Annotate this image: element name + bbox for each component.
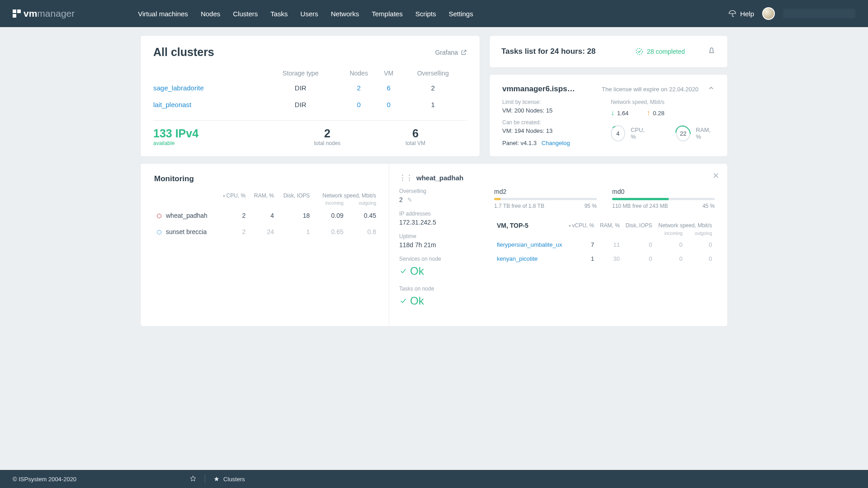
- nav-clusters[interactable]: Clusters: [233, 10, 258, 18]
- nav-scripts[interactable]: Scripts: [415, 10, 436, 18]
- nav-settings[interactable]: Settings: [449, 10, 473, 18]
- breadcrumb[interactable]: Clusters: [213, 476, 245, 483]
- logo[interactable]: vmmanager: [13, 8, 75, 19]
- changelog-link[interactable]: Changelog: [542, 140, 570, 146]
- disk-bar: [494, 198, 500, 200]
- top5-row[interactable]: kenyan_picotite 1 30 0 0 0: [494, 252, 715, 266]
- mon-col-net[interactable]: Network speed, Mbit/s: [312, 191, 379, 201]
- ram-gauge: 22: [676, 125, 690, 141]
- nav-tasks[interactable]: Tasks: [270, 10, 288, 18]
- ram-label: RAM, %: [696, 127, 715, 140]
- cell-vm[interactable]: 0: [387, 101, 391, 108]
- grafana-label: Grafana: [435, 49, 458, 56]
- table-row[interactable]: lait_pleonast DIR 0 0 1: [153, 96, 467, 113]
- mon-col-cpu[interactable]: ▾CPU, %: [217, 191, 248, 201]
- check-icon: [399, 297, 407, 305]
- speed-label: Network speed, Mbit/s: [611, 99, 715, 105]
- top5-col-net[interactable]: Network speed, Mbit/s: [655, 220, 715, 231]
- ram-value: 22: [680, 130, 686, 137]
- cell-vcpu: 7: [566, 238, 597, 252]
- cell-ram: 30: [597, 252, 623, 266]
- cell-over: 2: [399, 80, 467, 96]
- nav-users[interactable]: Users: [301, 10, 318, 18]
- mon-col-in: incoming: [312, 201, 346, 207]
- tasks-completed[interactable]: 28 completed: [635, 47, 685, 56]
- nav-nodes[interactable]: Nodes: [201, 10, 220, 18]
- services-label: Services on node: [399, 256, 472, 262]
- monitoring-row[interactable]: sunset breccia 2 24 1 0.65 0.8: [154, 224, 379, 240]
- cpu-value: 4: [616, 130, 619, 137]
- mon-col-out: outgoing: [346, 201, 379, 207]
- col-vm[interactable]: VM: [378, 67, 399, 80]
- top5-col-vcpu[interactable]: ▾vCPU, %: [566, 220, 597, 231]
- cell-in: 0.09: [312, 207, 346, 224]
- disk-pct: 45 %: [703, 203, 715, 209]
- grafana-link[interactable]: Grafana: [435, 49, 467, 56]
- top5-col-ram[interactable]: RAM, %: [597, 220, 623, 231]
- cluster-link[interactable]: lait_pleonast: [153, 101, 191, 108]
- monitoring-row[interactable]: wheat_padhah 2 4 18 0.09 0.45: [154, 207, 379, 224]
- cell-storage: DIR: [262, 80, 339, 96]
- ip-value: 172.31.242.5: [399, 219, 472, 226]
- ipv4-sub: available: [153, 140, 271, 146]
- cell-disk: 18: [277, 207, 312, 224]
- disk-name: md2: [494, 188, 597, 195]
- close-detail-button[interactable]: ✕: [712, 171, 719, 181]
- node-detail-panel: ✕ ⋮⋮ wheat_padhah Overselling 2✎ IP addr…: [389, 164, 727, 326]
- disk-pct: 95 %: [585, 203, 597, 209]
- vm-link[interactable]: kenyan_picotite: [497, 255, 538, 262]
- detail-node-name: wheat_padhah: [416, 174, 463, 182]
- cell-ram: 11: [597, 238, 623, 252]
- monitoring-card: Monitoring ▾CPU, % RAM, % Disk, IOPS Net…: [140, 163, 728, 327]
- avatar[interactable]: [762, 7, 775, 20]
- cell-nodes[interactable]: 2: [357, 84, 360, 92]
- topbar: vmmanager Virtual machines Nodes Cluster…: [0, 0, 868, 27]
- cell-disk: 0: [623, 252, 655, 266]
- top5-col-disk[interactable]: Disk, IOPS: [623, 220, 655, 231]
- mon-col-disk[interactable]: Disk, IOPS: [277, 191, 312, 201]
- limit-label: Limit by license:: [502, 99, 584, 105]
- cluster-link[interactable]: sage_labradorite: [153, 84, 204, 92]
- cell-ram: 24: [248, 224, 277, 240]
- all-clusters-title: All clusters: [153, 46, 214, 59]
- arrow-down-icon: ↓: [611, 109, 614, 117]
- drag-handle-icon[interactable]: ⋮⋮: [399, 174, 413, 182]
- footer: © ISPsystem 2004-2020 Clusters: [0, 470, 868, 488]
- cell-vm[interactable]: 6: [387, 84, 391, 92]
- uptime-label: Uptime: [399, 233, 472, 239]
- favorite-button[interactable]: [189, 475, 197, 483]
- status-dot-icon: [157, 230, 161, 235]
- mon-col-ram[interactable]: RAM, %: [248, 191, 277, 201]
- panel-version: Panel: v4.1.3: [502, 140, 537, 146]
- check-icon: [399, 267, 407, 275]
- top5-row[interactable]: fierypersian_umbalite_ux 7 11 0 0 0: [494, 238, 715, 252]
- table-row[interactable]: sage_labradorite DIR 2 6 2: [153, 80, 467, 96]
- topbar-right: Help: [728, 7, 855, 20]
- nav-templates[interactable]: Templates: [372, 10, 402, 18]
- help-label: Help: [740, 10, 754, 18]
- cell-ram: 4: [248, 207, 277, 224]
- node-name: sunset breccia: [166, 228, 207, 235]
- col-storage[interactable]: Storage type: [262, 67, 339, 80]
- cell-nodes[interactable]: 0: [357, 101, 360, 108]
- col-over[interactable]: Overselling: [399, 67, 467, 80]
- cell-disk: 0: [623, 238, 655, 252]
- total-vm-sub: total VM: [384, 140, 447, 146]
- help-button[interactable]: Help: [728, 9, 754, 18]
- over-label: Overselling: [399, 188, 472, 194]
- tasks-node-label: Tasks on node: [399, 286, 472, 292]
- user-menu[interactable]: [783, 9, 855, 19]
- vm-link[interactable]: fierypersian_umbalite_ux: [497, 241, 562, 248]
- main-nav: Virtual machines Nodes Clusters Tasks Us…: [138, 10, 473, 18]
- cell-vcpu: 1: [566, 252, 597, 266]
- speed-down: 1.64: [617, 110, 628, 117]
- cell-out: 0.8: [346, 224, 379, 240]
- expand-tasks-button[interactable]: [708, 47, 716, 56]
- collapse-button[interactable]: [708, 84, 715, 94]
- edit-overselling-button[interactable]: ✎: [407, 197, 412, 203]
- nav-networks[interactable]: Networks: [331, 10, 359, 18]
- col-nodes[interactable]: Nodes: [339, 67, 378, 80]
- nav-virtual-machines[interactable]: Virtual machines: [138, 10, 188, 18]
- check-circle-icon: [635, 47, 643, 56]
- cell-out: 0.45: [346, 207, 379, 224]
